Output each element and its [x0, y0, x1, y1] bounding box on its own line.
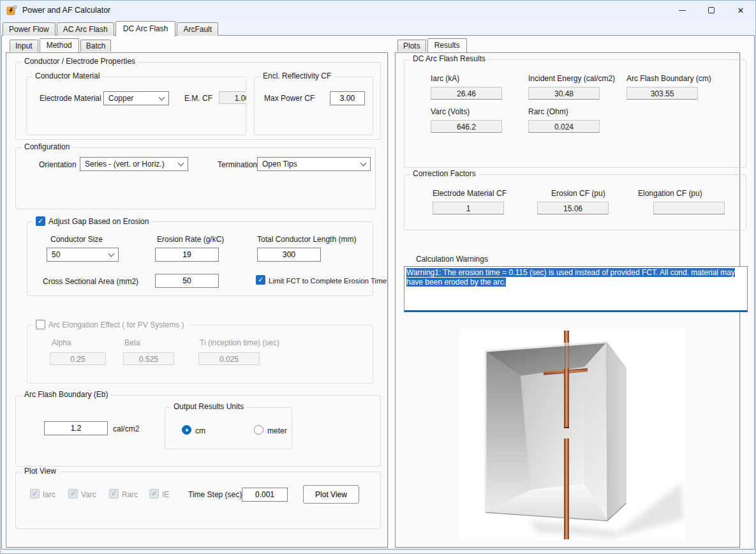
em-cf-label: E.M. CF: [184, 94, 212, 103]
erosion-rate-label: Erosion Rate (g/kC): [157, 235, 224, 244]
tab-plots[interactable]: Plots: [397, 40, 426, 52]
rarc-label: Rarc: [122, 490, 138, 499]
electrode-material-select[interactable]: Copper: [103, 91, 169, 105]
arc-elongation-label: Arc Elongation Effect ( for PV Systems ): [48, 320, 184, 329]
ti-field: 0.025: [198, 352, 260, 365]
correction-label: Erosion CF (pu): [551, 189, 605, 198]
alpha-field: 0.25: [50, 352, 106, 365]
right-tab-bar: Plots Results: [397, 38, 468, 52]
electrode-configuration-image: [459, 329, 685, 541]
group-title: Conductor / Electrode Properties: [22, 57, 138, 66]
eb-input[interactable]: [44, 421, 108, 435]
chevron-down-icon: [108, 250, 115, 257]
window-title: Power and AF Calculator: [22, 6, 110, 15]
result-field-afb: 303.55: [626, 87, 698, 100]
chevron-down-icon: [360, 160, 367, 166]
termination-value: Open Tips: [262, 160, 297, 168]
orientation-select[interactable]: Series - (vert. or Horiz.): [80, 157, 188, 171]
tab-batch[interactable]: Batch: [80, 40, 112, 52]
tab-dc-arc-flash[interactable]: DC Arc Flash: [115, 21, 176, 36]
title-bar: Power and AF Calculator ✕: [1, 1, 755, 20]
rarc-checkbox: ✓: [109, 489, 119, 498]
result-field-varc: 646.2: [431, 120, 502, 133]
radio-meter-label: meter: [267, 426, 287, 435]
correction-label: Elongation CF (pu): [638, 189, 702, 198]
dc-arc-flash-page: Input Method Batch Conductor / Electrode…: [1, 35, 755, 550]
group-adjust-gap-erosion: ✓ Adjust Gap Based on Erosion Conductor …: [27, 221, 373, 296]
group-dc-results: DC Arc Flash Results Iarc (kA) 26.46 Inc…: [404, 59, 746, 168]
plot-view-button[interactable]: Plot View: [303, 485, 359, 504]
arc-elongation-checkbox[interactable]: [36, 320, 45, 329]
varc-checkbox: ✓: [68, 489, 78, 498]
cross-section-label: Cross Sectional Area (mm2): [43, 277, 138, 286]
beta-label: Beta: [124, 338, 140, 347]
result-field-rarc: 0.024: [528, 120, 600, 133]
ie-label: IE: [162, 490, 169, 499]
em-cf-clip: 1.00: [219, 91, 246, 105]
group-title: Arc Flash Boundary (Eb): [22, 390, 110, 399]
radio-meter[interactable]: [254, 425, 263, 435]
result-label: Varc (Volts): [431, 107, 470, 116]
left-tab-bar: Input Method Batch: [10, 38, 112, 52]
result-label: Arc Flash Boundary (cm): [626, 74, 711, 83]
ti-label: Ti (inception time) (sec): [200, 338, 279, 347]
group-title: DC Arc Flash Results: [410, 54, 488, 63]
group-correction-factors: Correction Factors Electrode Material CF…: [404, 174, 746, 230]
radio-cm-label: cm: [195, 426, 205, 435]
calculation-warnings-box[interactable]: Warning1: The erosion time = 0.115 (sec)…: [404, 266, 748, 312]
group-title: Plot View: [22, 467, 59, 475]
group-title: Arc Elongation Effect ( for PV Systems ): [33, 320, 187, 329]
close-button[interactable]: ✕: [726, 1, 755, 20]
time-step-input[interactable]: [242, 488, 288, 502]
conductor-size-label: Conductor Size: [50, 235, 103, 244]
tab-arcfault[interactable]: ArcFault: [177, 22, 218, 36]
conductor-size-select[interactable]: 50: [47, 248, 119, 262]
tab-input[interactable]: Input: [10, 40, 38, 52]
iarc-checkbox: ✓: [30, 489, 40, 498]
results-panel: DC Arc Flash Results Iarc (kA) 26.46 Inc…: [395, 52, 740, 548]
chevron-down-icon: [178, 160, 184, 166]
maximize-button[interactable]: [697, 1, 726, 20]
app-icon: [6, 5, 17, 15]
result-label: Incident Energy (cal/cm2): [528, 74, 615, 83]
adjust-gap-label: Adjust Gap Based on Erosion: [48, 217, 149, 226]
minimize-icon: [679, 10, 686, 11]
em-cf-field: 1.00: [219, 91, 246, 104]
max-power-cf-input[interactable]: [330, 91, 365, 105]
limit-fct-checkbox[interactable]: ✓: [256, 275, 265, 285]
orientation-value: Series - (vert. or Horiz.): [85, 160, 165, 168]
termination-select[interactable]: Open Tips: [257, 157, 371, 171]
beta-field: 0.525: [123, 352, 174, 365]
tab-power-flow[interactable]: Power Flow: [3, 22, 56, 36]
total-length-label: Total Conductor Length (mm): [257, 235, 356, 244]
group-output-units: Output Results Units cm meter: [165, 407, 292, 449]
group-conductor-electrode-properties: Conductor / Electrode Properties Conduct…: [15, 62, 381, 140]
group-arc-elongation: Arc Elongation Effect ( for PV Systems )…: [27, 325, 373, 384]
close-icon: ✕: [737, 6, 745, 15]
warning-text: Warning1: The erosion time = 0.115 (sec)…: [406, 268, 735, 287]
group-title: Output Results Units: [171, 402, 246, 411]
group-encl-reflectivity: Encl. Reflectivity CF Max Power CF: [254, 77, 373, 135]
total-length-input[interactable]: [257, 248, 321, 262]
iarc-label: Iarc: [43, 490, 56, 499]
group-title: ✓ Adjust Gap Based on Erosion: [33, 216, 151, 226]
electrode-material-label: Electrode Material: [40, 94, 101, 103]
ie-checkbox: ✓: [149, 489, 159, 498]
radio-cm[interactable]: [182, 425, 191, 435]
group-title: Correction Factors: [410, 169, 478, 178]
main-tab-bar: Power Flow AC Arc Flash DC Arc Flash Arc…: [3, 21, 219, 36]
tab-method[interactable]: Method: [40, 38, 79, 52]
cross-section-input[interactable]: [155, 274, 219, 288]
group-configuration: Configuration Orientation Series - (vert…: [15, 147, 376, 209]
tab-ac-arc-flash[interactable]: AC Arc Flash: [57, 22, 114, 36]
eb-unit-label: cal/cm2: [113, 424, 139, 433]
erosion-rate-input[interactable]: [155, 248, 219, 262]
correction-label: Electrode Material CF: [433, 189, 507, 198]
maximize-icon: [708, 7, 715, 13]
group-conductor-material: Conductor Material Electrode Material Co…: [26, 77, 246, 135]
minimize-button[interactable]: [667, 1, 697, 20]
adjust-gap-checkbox[interactable]: ✓: [36, 216, 45, 226]
group-title: Conductor Material: [33, 71, 102, 80]
tab-results[interactable]: Results: [427, 38, 467, 52]
correction-field-em-cf: 1: [433, 202, 504, 214]
